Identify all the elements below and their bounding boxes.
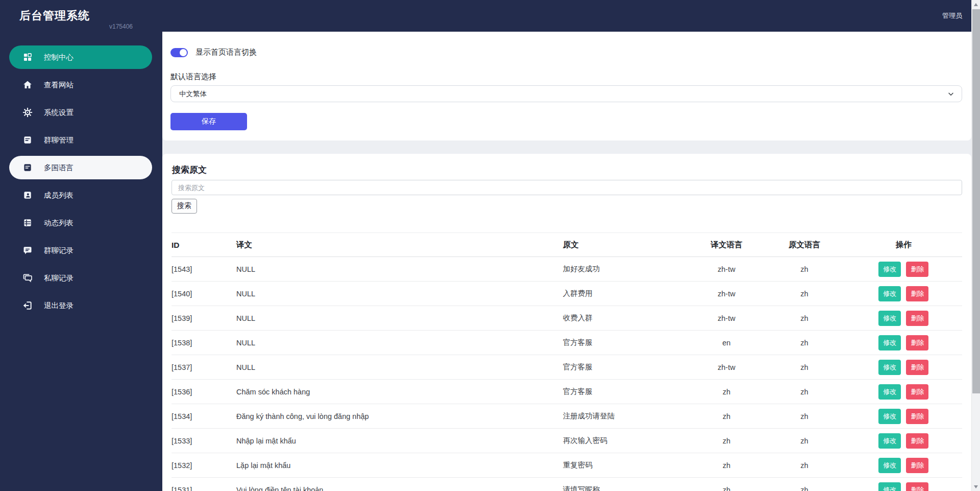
delete-button[interactable]: 删除	[906, 384, 928, 400]
app-version: v175406	[19, 23, 133, 30]
double-chat-bubble-icon	[22, 273, 33, 283]
cell-actions: 修改 删除	[845, 306, 962, 331]
delete-button[interactable]: 删除	[906, 458, 928, 473]
column-header-translation: 译文	[236, 233, 563, 257]
scrollbar-up-arrow[interactable]	[972, 0, 980, 9]
save-button[interactable]: 保存	[170, 113, 247, 130]
sidebar-item-multilanguage[interactable]: 多国语言	[9, 156, 152, 179]
edit-button[interactable]: 修改	[878, 458, 901, 473]
column-header-source-lang: 原文语言	[764, 233, 845, 257]
cell-source-lang: zh	[764, 282, 845, 306]
cell-actions: 修改 删除	[845, 478, 962, 491]
selected-language-value: 中文繁体	[179, 89, 207, 99]
sidebar: 后台管理系统 v175406 控制中心 查看网站	[0, 0, 162, 491]
translations-table: ID 译文 原文 译文语言 原文语言 操作 [1543] NULL 加好友成功 …	[172, 232, 962, 491]
cell-source: 再次输入密码	[563, 429, 690, 453]
default-language-label: 默认语言选择	[170, 72, 962, 82]
sidebar-item-activity-list[interactable]: 动态列表	[9, 211, 152, 235]
table-row: [1533] Nhập lại mật khẩu 再次输入密码 zh zh 修改…	[172, 429, 962, 453]
cell-id: [1536]	[172, 380, 236, 404]
cell-actions: 修改 删除	[845, 331, 962, 355]
home-icon	[22, 80, 33, 90]
cell-translation: Vui lòng điền tên tài khoản	[236, 478, 563, 491]
cell-target-lang: zh	[690, 429, 764, 453]
delete-button[interactable]: 删除	[906, 311, 928, 326]
edit-button[interactable]: 修改	[878, 482, 901, 491]
cell-source: 请填写昵称	[563, 478, 690, 491]
column-header-source: 原文	[563, 233, 690, 257]
sidebar-item-member-list[interactable]: 成员列表	[9, 183, 152, 207]
sidebar-item-group-chat-management[interactable]: 群聊管理	[9, 128, 152, 152]
cell-id: [1533]	[172, 429, 236, 453]
edit-button[interactable]: 修改	[878, 311, 901, 326]
scrollbar-thumb[interactable]	[972, 9, 980, 393]
sidebar-item-view-site[interactable]: 查看网站	[9, 73, 152, 97]
edit-button[interactable]: 修改	[878, 335, 901, 350]
table-row: [1539] NULL 收费入群 zh-tw zh 修改 删除	[172, 306, 962, 331]
default-language-select[interactable]: 中文繁体	[170, 85, 962, 102]
search-input[interactable]	[172, 180, 962, 195]
cell-translation: NULL	[236, 306, 563, 331]
app-root: 后台管理系统 v175406 控制中心 查看网站	[0, 0, 980, 491]
cell-source-lang: zh	[764, 306, 845, 331]
cell-actions: 修改 删除	[845, 257, 962, 282]
delete-button[interactable]: 删除	[906, 482, 928, 491]
cell-target-lang: zh-tw	[690, 282, 764, 306]
delete-button[interactable]: 删除	[906, 360, 928, 375]
user-menu[interactable]: 管理员	[942, 11, 962, 20]
logout-icon	[22, 300, 33, 311]
delete-button[interactable]: 删除	[906, 262, 928, 277]
edit-button[interactable]: 修改	[878, 286, 901, 301]
sidebar-item-label: 系统设置	[44, 108, 74, 118]
cell-source: 官方客服	[563, 355, 690, 380]
sidebar-item-label: 查看网站	[44, 80, 74, 90]
scrollbar-down-arrow[interactable]	[972, 482, 980, 491]
chevron-down-icon	[947, 90, 954, 98]
dashboard-grid-icon	[22, 52, 33, 62]
sidebar-item-label: 退出登录	[44, 301, 74, 311]
cell-source-lang: zh	[764, 404, 845, 429]
column-header-actions: 操作	[845, 233, 962, 257]
cell-target-lang: en	[690, 331, 764, 355]
chat-bubble-icon	[22, 245, 33, 255]
topbar: 管理员	[162, 0, 971, 32]
cell-translation: Đăng ký thành công, vui lòng đăng nhập	[236, 404, 563, 429]
cell-source: 注册成功请登陆	[563, 404, 690, 429]
cell-id: [1538]	[172, 331, 236, 355]
delete-button[interactable]: 删除	[906, 409, 928, 424]
vertical-scrollbar[interactable]	[971, 0, 980, 491]
sidebar-item-private-chat-log[interactable]: 私聊记录	[9, 266, 152, 290]
cell-id: [1531]	[172, 478, 236, 491]
cell-actions: 修改 删除	[845, 453, 962, 478]
cell-actions: 修改 删除	[845, 282, 962, 306]
cell-translation: NULL	[236, 282, 563, 306]
edit-button[interactable]: 修改	[878, 360, 901, 375]
table-row: [1538] NULL 官方客服 en zh 修改 删除	[172, 331, 962, 355]
sidebar-item-group-chat-log[interactable]: 群聊记录	[9, 239, 152, 262]
edit-button[interactable]: 修改	[878, 433, 901, 449]
delete-button[interactable]: 删除	[906, 335, 928, 350]
cell-target-lang: zh-tw	[690, 257, 764, 282]
cell-translation: NULL	[236, 355, 563, 380]
table-header-row: ID 译文 原文 译文语言 原文语言 操作	[172, 233, 962, 257]
content-area: 显示首页语言切换 默认语言选择 中文繁体 保存 搜索原文 搜索	[162, 32, 971, 491]
cell-source-lang: zh	[764, 453, 845, 478]
homepage-language-toggle[interactable]	[170, 48, 188, 57]
sidebar-item-logout[interactable]: 退出登录	[9, 294, 152, 317]
sidebar-item-system-settings[interactable]: 系统设置	[9, 101, 152, 124]
sidebar-item-label: 成员列表	[44, 191, 74, 200]
cell-target-lang: zh-tw	[690, 306, 764, 331]
edit-button[interactable]: 修改	[878, 409, 901, 424]
edit-button[interactable]: 修改	[878, 262, 901, 277]
delete-button[interactable]: 删除	[906, 433, 928, 449]
delete-button[interactable]: 删除	[906, 286, 928, 301]
table-row: [1532] Lặp lại mật khẩu 重复密码 zh zh 修改 删除	[172, 453, 962, 478]
cell-translation: Lặp lại mật khẩu	[236, 453, 563, 478]
sidebar-menu: 控制中心 查看网站 系	[0, 45, 162, 317]
cell-translation: Chăm sóc khách hàng	[236, 380, 563, 404]
edit-button[interactable]: 修改	[878, 384, 901, 400]
sidebar-item-control-center[interactable]: 控制中心	[9, 45, 152, 69]
search-button[interactable]: 搜索	[172, 199, 197, 214]
cell-actions: 修改 删除	[845, 380, 962, 404]
language-settings-panel: 显示首页语言切换 默认语言选择 中文繁体 保存	[162, 32, 971, 141]
